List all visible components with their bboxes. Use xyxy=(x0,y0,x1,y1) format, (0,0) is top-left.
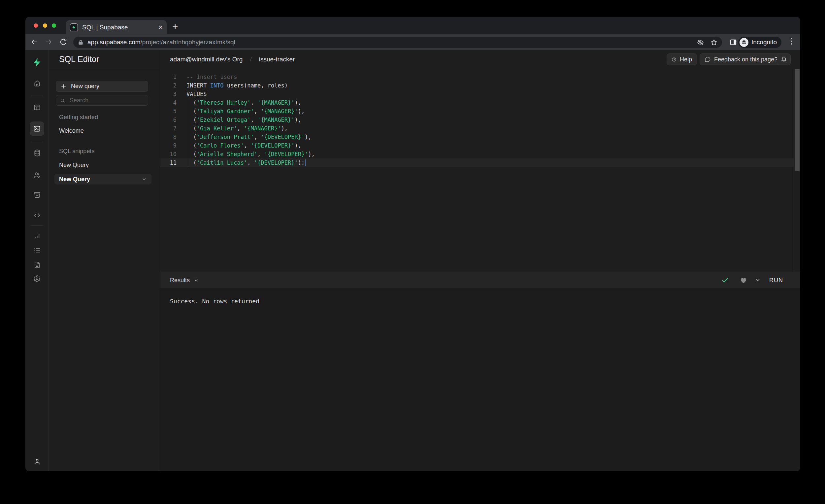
chevron-down-icon[interactable] xyxy=(142,176,147,182)
back-button[interactable] xyxy=(31,38,38,46)
line-number: 11 xyxy=(160,158,176,167)
macos-minimize-button[interactable] xyxy=(43,23,47,28)
message-bubble-icon xyxy=(704,57,711,63)
page-title: SQL Editor xyxy=(59,55,99,64)
rail-divider xyxy=(31,225,43,226)
side-panel-icon xyxy=(730,39,737,46)
main-area: adam@windmill.dev's Org / issue-tracker … xyxy=(160,50,800,471)
new-tab-button[interactable]: + xyxy=(172,22,178,32)
new-query-button-label: New query xyxy=(71,83,99,90)
code-line[interactable]: 7 ('Gia Keller', '{MANAGER}'), xyxy=(160,124,794,133)
new-query-button[interactable]: New query xyxy=(56,81,148,92)
run-button[interactable]: RUN xyxy=(769,272,783,288)
reload-icon xyxy=(60,38,67,46)
rail-item-authentication[interactable] xyxy=(25,168,49,182)
forward-button[interactable] xyxy=(45,38,53,46)
heart-icon xyxy=(740,276,747,284)
sidebar-item-welcome[interactable]: Welcome xyxy=(59,127,84,134)
users-icon xyxy=(33,171,41,179)
section-label-getting-started: Getting started xyxy=(59,114,98,121)
eye-off-icon[interactable] xyxy=(697,39,704,46)
section-label-sql-snippets: SQL snippets xyxy=(59,148,94,155)
browser-tab[interactable]: SQL | Supabase × xyxy=(66,20,167,34)
favorite-button[interactable] xyxy=(740,276,747,284)
code-icon xyxy=(33,212,41,219)
line-number: 4 xyxy=(160,98,176,107)
rail-item-edge-functions[interactable] xyxy=(25,208,49,222)
browser-toolbar: app.supabase.com/project/azahtnhqohyjerz… xyxy=(25,34,800,50)
rail-item-reports[interactable] xyxy=(25,229,49,243)
code-line[interactable]: 3VALUES xyxy=(160,90,794,98)
forward-arrow-icon xyxy=(45,38,53,46)
incognito-badge: Incognito xyxy=(738,37,781,48)
macos-zoom-button[interactable] xyxy=(52,23,56,28)
address-bar[interactable]: app.supabase.com/project/azahtnhqohyjerz… xyxy=(73,37,722,48)
line-number: 9 xyxy=(160,141,176,150)
line-number: 6 xyxy=(160,116,176,124)
rail-item-api-docs[interactable] xyxy=(25,258,49,272)
incognito-label: Incognito xyxy=(751,39,777,46)
code-line[interactable]: 8 ('Jefferson Pratt', '{DEVELOPER}'), xyxy=(160,133,794,141)
rail-item-home[interactable] xyxy=(25,76,49,90)
terminal-icon xyxy=(33,125,41,133)
reload-button[interactable] xyxy=(60,38,67,46)
text-cursor xyxy=(305,159,306,166)
results-dropdown[interactable]: Results xyxy=(170,272,199,288)
active-snippet-label: New Query xyxy=(59,176,90,183)
chevron-down-icon xyxy=(194,278,199,283)
database-icon xyxy=(33,149,41,157)
tab-title: SQL | Supabase xyxy=(82,24,156,31)
code-line[interactable]: 1-- Insert users xyxy=(160,73,794,81)
snippet-search[interactable] xyxy=(56,95,148,105)
help-button[interactable]: Help xyxy=(667,54,697,65)
sql-editor-sidebar: SQL Editor New query Getting started Wel… xyxy=(49,50,160,471)
gear-icon xyxy=(33,275,41,283)
lightning-bolt-icon xyxy=(72,25,76,30)
scrollbar-thumb[interactable] xyxy=(795,69,800,171)
query-status-message: Success. No rows returned xyxy=(170,298,259,305)
code-line[interactable]: 10 ('Arielle Shepherd', '{DEVELOPER}'), xyxy=(160,150,794,158)
nav-rail xyxy=(25,50,49,471)
code-line[interactable]: 4 ('Theresa Hurley', '{MANAGER}'), xyxy=(160,98,794,107)
code-line[interactable]: 11 ('Caitlin Lucas', '{DEVELOPER}'); xyxy=(160,158,794,167)
rail-item-table-editor[interactable] xyxy=(25,100,49,115)
query-success-check-icon xyxy=(721,276,729,284)
spy-icon xyxy=(741,39,747,46)
breadcrumb-separator: / xyxy=(250,56,251,63)
line-number: 2 xyxy=(160,81,176,90)
tab-close-icon[interactable]: × xyxy=(158,24,163,31)
feedback-button[interactable]: Feedback on this page? xyxy=(699,54,782,65)
rail-item-database[interactable] xyxy=(25,146,49,160)
rail-item-storage[interactable] xyxy=(25,188,49,202)
notifications-button[interactable] xyxy=(777,54,791,65)
url-domain: app.supabase.com xyxy=(87,39,141,46)
rail-item-sql-editor[interactable] xyxy=(30,122,44,136)
side-panel-button[interactable] xyxy=(730,39,737,46)
bookmark-star-icon[interactable] xyxy=(710,39,718,46)
supabase-logo[interactable] xyxy=(25,55,49,70)
results-label: Results xyxy=(170,277,190,284)
rail-item-account[interactable] xyxy=(25,454,49,469)
breadcrumb-project[interactable]: issue-tracker xyxy=(259,56,295,63)
rail-item-logs[interactable] xyxy=(25,243,49,258)
editor-scrollbar[interactable] xyxy=(794,69,800,272)
run-options-button[interactable] xyxy=(754,276,761,284)
search-input[interactable] xyxy=(69,97,144,104)
list-icon xyxy=(33,246,41,254)
code-line[interactable]: 2INSERT INTO users(name, roles) xyxy=(160,81,794,90)
code-line[interactable]: 6 ('Ezekiel Ortega', '{MANAGER}'), xyxy=(160,116,794,124)
browser-window: SQL | Supabase × + app.supabase.com/proj… xyxy=(25,17,800,471)
lock-icon xyxy=(78,40,83,45)
sql-code-editor[interactable]: 1-- Insert users2INSERT INTO users(name,… xyxy=(160,69,800,272)
rail-item-settings[interactable] xyxy=(25,271,49,286)
code-line[interactable]: 9 ('Carlo Flores', '{DEVELOPER}'), xyxy=(160,141,794,150)
browser-menu-button[interactable] xyxy=(791,38,792,45)
macos-close-button[interactable] xyxy=(34,23,38,28)
code-line[interactable]: 5 ('Taliyah Gardner', '{MANAGER}'), xyxy=(160,107,794,116)
line-number: 7 xyxy=(160,124,176,133)
sidebar-item-new-query-active[interactable]: New Query xyxy=(55,174,151,185)
sidebar-item-new-query-1[interactable]: New Query xyxy=(59,162,89,169)
breadcrumb-org[interactable]: adam@windmill.dev's Org xyxy=(170,56,242,63)
url-text: app.supabase.com/project/azahtnhqohyjerz… xyxy=(87,39,235,46)
back-arrow-icon xyxy=(31,38,38,46)
